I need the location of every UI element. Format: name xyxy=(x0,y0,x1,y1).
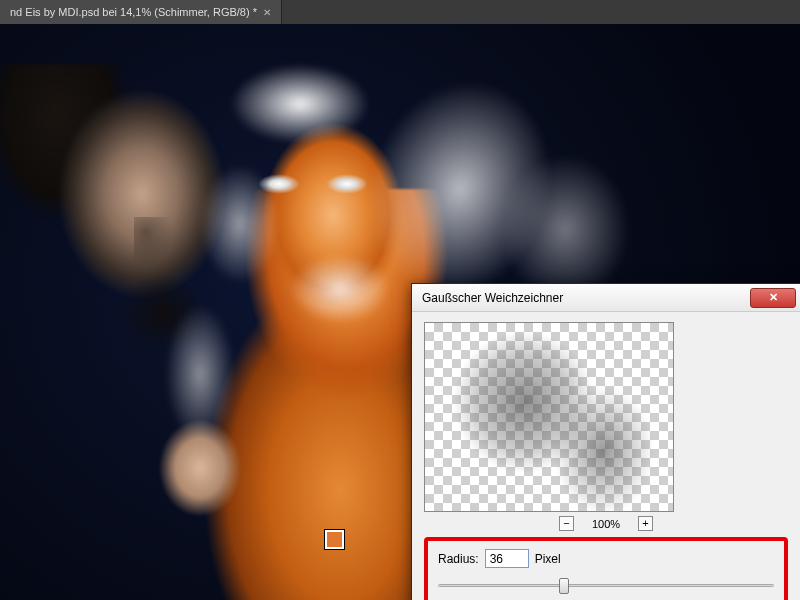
artwork-flame-wisp xyxy=(290,254,390,324)
radius-unit: Pixel xyxy=(535,552,561,566)
document-tab-bar: nd Eis by MDI.psd bei 14,1% (Schimmer, R… xyxy=(0,0,800,24)
radius-panel-highlight: Radius: Pixel xyxy=(424,537,788,600)
zoom-in-button[interactable]: + xyxy=(638,516,653,531)
artwork-flame-wisp xyxy=(500,154,630,304)
dialog-body: − 100% + Radius: Pixel xyxy=(412,312,800,600)
close-icon[interactable]: ✕ xyxy=(263,7,271,18)
artwork-flame-wisp xyxy=(165,304,235,444)
slider-thumb[interactable] xyxy=(559,578,569,594)
minus-icon: − xyxy=(563,518,569,529)
zoom-level: 100% xyxy=(592,518,620,530)
zoom-controls: − 100% + xyxy=(424,516,788,531)
artwork-flame-wisp xyxy=(230,64,370,144)
color-swatch[interactable] xyxy=(325,530,344,549)
slider-track xyxy=(438,584,774,587)
dialog-titlebar[interactable]: Gaußscher Weichzeichner ✕ xyxy=(412,284,800,312)
dialog-title: Gaußscher Weichzeichner xyxy=(422,291,750,305)
radius-input[interactable] xyxy=(485,549,529,568)
document-tab-title: nd Eis by MDI.psd bei 14,1% (Schimmer, R… xyxy=(10,6,257,18)
radius-slider[interactable] xyxy=(438,578,774,594)
filter-preview[interactable] xyxy=(424,322,674,512)
document-tab[interactable]: nd Eis by MDI.psd bei 14,1% (Schimmer, R… xyxy=(0,0,282,24)
canvas-area: Gaußscher Weichzeichner ✕ − 100% + xyxy=(0,24,800,600)
gaussian-blur-dialog: Gaußscher Weichzeichner ✕ − 100% + xyxy=(411,283,800,600)
dialog-close-button[interactable]: ✕ xyxy=(750,288,796,308)
plus-icon: + xyxy=(642,518,648,529)
close-icon: ✕ xyxy=(769,291,778,304)
artwork-flame-wisp xyxy=(200,164,280,284)
zoom-out-button[interactable]: − xyxy=(559,516,574,531)
radius-label: Radius: xyxy=(438,552,479,566)
